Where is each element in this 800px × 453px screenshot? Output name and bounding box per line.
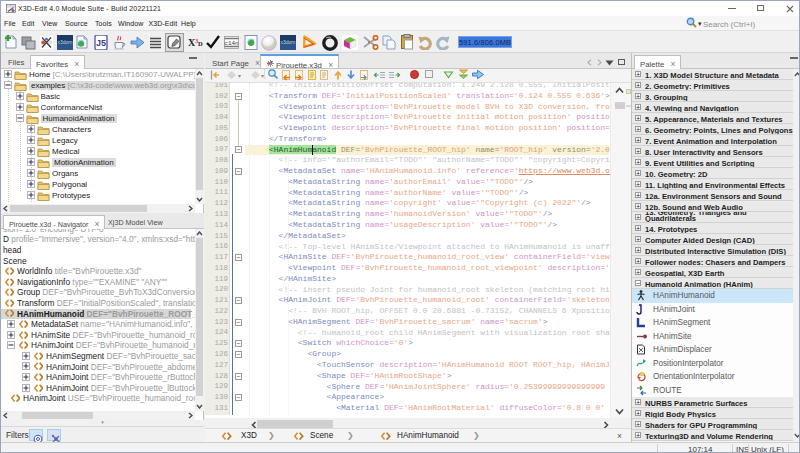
svg-text:x3dom: x3dom: [57, 39, 72, 45]
svg-text:c14n: c14n: [224, 40, 239, 47]
svg-text:D: D: [198, 40, 203, 47]
svg-text:x3dom: x3dom: [280, 39, 295, 45]
svg-text:J5: J5: [96, 38, 106, 48]
